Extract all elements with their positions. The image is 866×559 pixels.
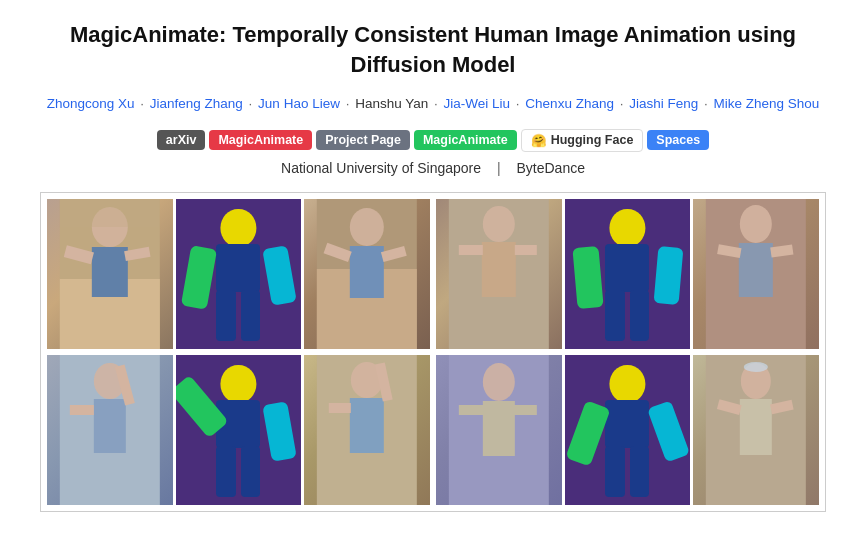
figure-svg-out-2-1 <box>304 355 430 505</box>
author-chenxu[interactable]: Chenxu Zhang <box>525 96 614 111</box>
badge-hugging-face[interactable]: 🤗 Hugging Face <box>521 129 644 152</box>
skeleton-arm-left <box>181 245 218 309</box>
skeleton-overlay-1-2 <box>565 199 691 349</box>
author-jiawei[interactable]: Jia-Wei Liu <box>444 96 511 111</box>
skeleton-leg-left-4 <box>605 446 624 497</box>
skeleton-head-2 <box>610 209 645 247</box>
figure-svg-2-1 <box>47 355 173 505</box>
svg-rect-10 <box>350 246 384 298</box>
svg-rect-16 <box>459 245 483 255</box>
skeleton-arm-right-2 <box>653 246 682 305</box>
demo-output-2-2 <box>693 355 819 505</box>
skeleton-overlay-2-2 <box>565 355 691 505</box>
grid-cell-1-2 <box>436 199 819 349</box>
hf-label: Hugging Face <box>551 133 634 147</box>
human-figure-1-1 <box>195 206 283 341</box>
badges-row: arXiv MagicAnimate Project Page MagicAni… <box>40 129 826 152</box>
badge-arxiv[interactable]: arXiv <box>157 130 206 150</box>
affiliation-separator: | <box>497 160 501 176</box>
title-line1: MagicAnimate: Temporally Consistent Huma… <box>70 22 796 47</box>
svg-point-14 <box>483 206 515 242</box>
skeleton-torso <box>216 244 260 291</box>
svg-rect-15 <box>482 242 516 297</box>
dot-separator: · <box>516 96 524 111</box>
dot-separator: · <box>140 96 148 111</box>
human-figure-2-2 <box>584 362 672 497</box>
demo-photo-1-1 <box>47 199 173 349</box>
skeleton-arm-left-2 <box>572 246 604 309</box>
dot-separator: · <box>434 96 442 111</box>
svg-rect-32 <box>329 403 351 413</box>
svg-rect-17 <box>515 245 537 255</box>
svg-point-40 <box>744 362 768 372</box>
svg-rect-27 <box>70 405 94 415</box>
grid-cell-1-1 <box>47 199 430 349</box>
dot-separator: · <box>346 96 354 111</box>
figure-svg-out-1-2 <box>693 199 819 349</box>
skeleton-head-3 <box>221 365 256 403</box>
skeleton-leg-left-2 <box>605 290 624 341</box>
badge-magicanimate-green[interactable]: MagicAnimate <box>414 130 517 150</box>
skeleton-torso-4 <box>605 400 649 447</box>
hf-emoji: 🤗 <box>531 133 547 148</box>
badge-spaces[interactable]: Spaces <box>647 130 709 150</box>
svg-rect-36 <box>459 405 484 415</box>
dot-separator: · <box>704 96 712 111</box>
affiliation-bytedance: ByteDance <box>516 160 584 176</box>
demo-skeleton-2-1 <box>176 355 302 505</box>
svg-point-9 <box>350 208 384 246</box>
skeleton-arm-right-4 <box>647 400 690 462</box>
demo-skeleton-1-1 <box>176 199 302 349</box>
demo-output-1-2 <box>693 199 819 349</box>
skeleton-torso-2 <box>605 244 649 291</box>
human-figure-2-1 <box>195 362 283 497</box>
skeleton-leg-right-2 <box>630 290 649 341</box>
svg-point-19 <box>740 205 772 243</box>
skeleton-leg-right-3 <box>241 446 260 497</box>
skeleton-head-4 <box>610 365 645 403</box>
demo-skeleton-1-2 <box>565 199 691 349</box>
author-hanshu: Hanshu Yan <box>355 96 428 111</box>
demo-photo-2-1 <box>47 355 173 505</box>
svg-point-34 <box>483 363 515 401</box>
skeleton-leg-right-4 <box>630 446 649 497</box>
demo-photo-1-2 <box>436 199 562 349</box>
grid-cell-2-2 <box>436 355 819 505</box>
svg-rect-4 <box>92 247 128 297</box>
skeleton-leg-left-3 <box>216 446 235 497</box>
affiliations: National University of Singapore | ByteD… <box>40 160 826 176</box>
skeleton-overlay-2-1 <box>176 355 302 505</box>
skeleton-leg-right <box>241 290 260 341</box>
svg-rect-20 <box>739 243 773 297</box>
grid-cell-2-1 <box>47 355 430 505</box>
svg-rect-37 <box>514 405 537 415</box>
figure-svg-2-2 <box>436 355 562 505</box>
svg-rect-35 <box>483 401 515 456</box>
demo-skeleton-2-2 <box>565 355 691 505</box>
page-title: MagicAnimate: Temporally Consistent Huma… <box>40 20 826 79</box>
title-line2: Diffusion Model <box>351 52 516 77</box>
badge-magicanimate-red[interactable]: MagicAnimate <box>209 130 312 150</box>
skeleton-arm-right-3 <box>262 401 296 461</box>
badge-project-page[interactable]: Project Page <box>316 130 410 150</box>
author-jianfeng[interactable]: Jianfeng Zhang <box>150 96 243 111</box>
demo-output-1-1 <box>304 199 430 349</box>
skeleton-arm-left-4 <box>565 400 611 466</box>
author-zhongcong[interactable]: Zhongcong Xu <box>47 96 135 111</box>
skeleton-overlay-1-1 <box>176 199 302 349</box>
page-container: MagicAnimate: Temporally Consistent Huma… <box>0 0 866 532</box>
demo-photo-2-2 <box>436 355 562 505</box>
author-junhao[interactable]: Jun Hao Liew <box>258 96 340 111</box>
figure-svg-out-1-1 <box>304 199 430 349</box>
svg-rect-30 <box>350 398 384 453</box>
figure-svg-1-2 <box>436 199 562 349</box>
author-jiashi[interactable]: Jiashi Feng <box>629 96 698 111</box>
dot-separator: · <box>249 96 257 111</box>
skeleton-leg-left <box>216 290 235 341</box>
figure-svg-out-2-2 <box>693 355 819 505</box>
affiliation-nus: National University of Singapore <box>281 160 481 176</box>
figure-svg-1-1 <box>47 199 173 349</box>
author-mike[interactable]: Mike Zheng Shou <box>714 96 820 111</box>
dot-separator: · <box>620 96 628 111</box>
svg-rect-25 <box>94 399 126 453</box>
